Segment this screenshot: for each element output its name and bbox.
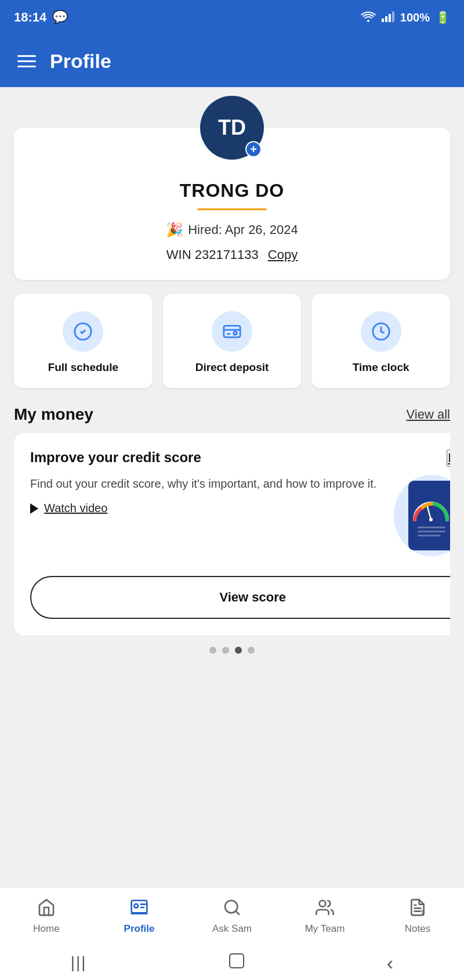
svg-rect-1 xyxy=(385,16,387,22)
profile-win: WIN 232171133 Copy xyxy=(166,247,298,262)
credit-card-text: Find out your credit score, why it's imp… xyxy=(30,475,376,515)
battery-text: 100% xyxy=(400,11,430,24)
ask-sam-icon xyxy=(223,898,241,920)
svg-point-8 xyxy=(234,332,237,335)
nav-item-my-team[interactable]: My Team xyxy=(278,888,371,945)
nav-item-ask-sam[interactable]: Ask Sam xyxy=(186,888,278,945)
system-home-button[interactable] xyxy=(228,952,245,974)
view-all-link[interactable]: View all xyxy=(407,407,450,422)
nav-item-notes[interactable]: Notes xyxy=(371,888,464,945)
avatar: TD + xyxy=(200,96,264,160)
view-score-button[interactable]: View score xyxy=(30,576,450,619)
svg-rect-2 xyxy=(389,14,391,22)
profile-nav-icon xyxy=(130,898,148,920)
full-schedule-card[interactable]: Full schedule xyxy=(14,294,153,388)
nav-item-home[interactable]: Home xyxy=(0,888,93,945)
nav-ask-sam-label: Ask Sam xyxy=(212,923,252,935)
celebration-icon: 🎉 xyxy=(166,222,183,238)
phone-lines xyxy=(414,527,449,536)
credit-card-header: Improve your credit score Hide xyxy=(30,449,450,467)
status-right: 100% 🔋 xyxy=(361,10,450,25)
svg-rect-5 xyxy=(224,326,240,337)
profile-name: TRONG DO xyxy=(180,180,284,201)
money-cards-scroll: Improve your credit score Hide Find out … xyxy=(14,433,450,635)
nav-home-label: Home xyxy=(33,923,59,935)
profile-divider xyxy=(197,208,267,210)
full-schedule-icon-bg xyxy=(63,311,103,352)
hide-button[interactable]: Hide xyxy=(447,449,450,467)
credit-illustration xyxy=(388,475,450,562)
pagination-dots xyxy=(14,647,450,654)
message-icon: 💬 xyxy=(52,10,68,25)
play-icon xyxy=(30,503,38,514)
dot-1 xyxy=(209,647,216,654)
system-nav: ||| ‹ xyxy=(0,945,464,980)
dot-4 xyxy=(248,647,255,654)
wifi-icon xyxy=(361,10,376,25)
status-time: 18:14 xyxy=(14,10,46,25)
svg-line-10 xyxy=(427,507,431,520)
money-icon xyxy=(222,322,242,341)
avatar-plus-icon[interactable]: + xyxy=(245,141,262,157)
svg-point-18 xyxy=(320,900,326,907)
dot-3 xyxy=(235,647,242,654)
header-title: Profile xyxy=(50,50,111,73)
credit-card-body: Find out your credit score, why it's imp… xyxy=(30,475,450,562)
time-clock-card[interactable]: Time clock xyxy=(311,294,450,388)
copy-button[interactable]: Copy xyxy=(268,247,298,262)
watch-video-button[interactable]: Watch video xyxy=(30,502,107,515)
credit-card-title: Improve your credit score xyxy=(30,449,201,466)
check-circle-icon xyxy=(73,322,93,341)
dot-2 xyxy=(222,647,229,654)
nav-item-profile[interactable]: Profile xyxy=(93,888,186,945)
main-content: TD + TRONG DO 🎉 Hired: Apr 26, 2024 WIN … xyxy=(0,87,464,758)
nav-profile-label: Profile xyxy=(124,923,155,935)
full-schedule-label: Full schedule xyxy=(48,361,118,374)
profile-hired-date: 🎉 Hired: Apr 26, 2024 xyxy=(166,222,298,238)
signal-icon xyxy=(382,10,394,25)
time-clock-label: Time clock xyxy=(353,361,409,374)
clock-icon xyxy=(371,322,391,341)
credit-score-card: Improve your credit score Hide Find out … xyxy=(14,433,450,635)
nav-my-team-label: My Team xyxy=(305,923,345,935)
illustration-bg xyxy=(394,475,450,556)
svg-line-17 xyxy=(235,911,239,914)
svg-rect-0 xyxy=(382,19,384,22)
notes-icon xyxy=(408,898,427,920)
direct-deposit-icon-bg xyxy=(212,311,252,352)
my-team-icon xyxy=(316,898,334,920)
svg-point-11 xyxy=(429,518,433,521)
gauge-svg xyxy=(411,500,450,522)
system-menu-button[interactable]: ||| xyxy=(71,953,87,972)
profile-card: TD + TRONG DO 🎉 Hired: Apr 26, 2024 WIN … xyxy=(14,128,450,280)
quick-actions: Full schedule Direct deposit xyxy=(14,294,450,388)
svg-rect-3 xyxy=(392,12,394,22)
status-bar: 18:14 💬 100% 🔋 xyxy=(0,0,464,35)
direct-deposit-card[interactable]: Direct deposit xyxy=(163,294,302,388)
direct-deposit-label: Direct deposit xyxy=(195,361,269,374)
menu-button[interactable] xyxy=(17,55,36,67)
app-header: Profile xyxy=(0,35,464,87)
nav-notes-label: Notes xyxy=(405,923,430,935)
system-back-button[interactable]: ‹ xyxy=(387,952,393,974)
my-money-section-header: My money View all xyxy=(14,405,450,424)
time-clock-icon-bg xyxy=(361,311,401,352)
my-money-title: My money xyxy=(14,405,93,424)
svg-rect-21 xyxy=(230,954,244,968)
status-left: 18:14 💬 xyxy=(14,10,68,25)
battery-icon: 🔋 xyxy=(436,10,450,24)
gauge-container xyxy=(411,500,450,523)
bottom-nav: Home Profile Ask Sam xyxy=(0,887,464,945)
credit-card-description: Find out your credit score, why it's imp… xyxy=(30,475,376,492)
svg-point-13 xyxy=(134,904,138,908)
home-icon xyxy=(37,898,56,920)
avatar-wrapper[interactable]: TD + xyxy=(200,96,264,160)
phone-illustration xyxy=(408,481,450,550)
